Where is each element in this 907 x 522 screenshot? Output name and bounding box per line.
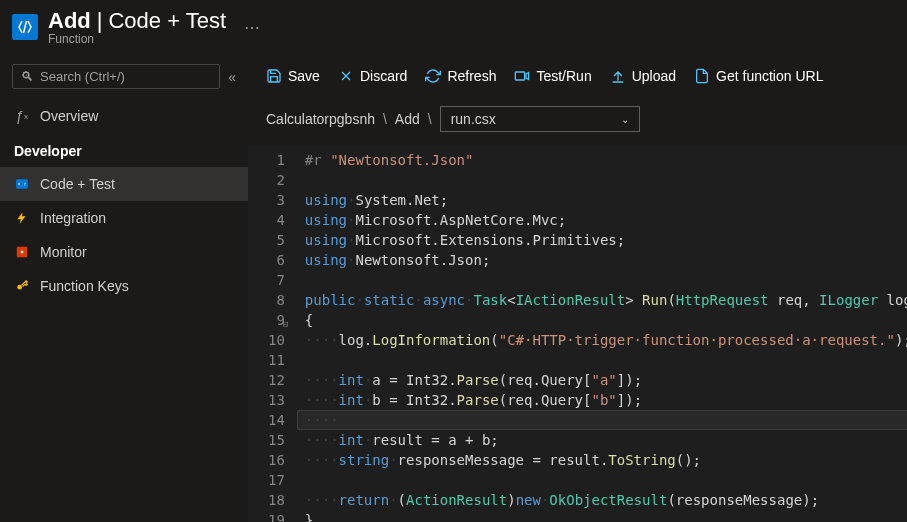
function-icon <box>12 14 38 40</box>
nav-code-test[interactable]: Code + Test <box>0 167 248 201</box>
code-content[interactable]: #r "Newtonsoft.Json" using·System.Net;us… <box>297 146 907 522</box>
code-icon <box>14 177 30 191</box>
search-icon: 🔍︎ <box>21 69 34 84</box>
breadcrumb-separator: \ <box>383 111 387 127</box>
toolbar: Save Discard Refresh Test/Run Upload <box>248 54 907 98</box>
developer-section-label: Developer <box>0 133 248 167</box>
refresh-icon <box>425 68 441 84</box>
nav-label: Function Keys <box>40 278 129 294</box>
nav-label: Monitor <box>40 244 87 260</box>
breadcrumb-root[interactable]: Calculatorpgbsnh <box>266 111 375 127</box>
nav-integration[interactable]: Integration <box>0 201 248 235</box>
svg-point-3 <box>17 285 22 290</box>
nav-label: Code + Test <box>40 176 115 192</box>
breadcrumb: Calculatorpgbsnh \ Add \ run.csx ⌄ <box>248 98 907 146</box>
key-icon <box>14 279 30 293</box>
more-actions-button[interactable]: ⋯ <box>244 18 261 37</box>
svg-rect-2 <box>21 251 23 253</box>
refresh-button[interactable]: Refresh <box>425 68 496 84</box>
nav-label: Integration <box>40 210 106 226</box>
upload-icon <box>610 68 626 84</box>
testrun-icon <box>514 68 530 84</box>
page-header: Add | Code + Test Function ⋯ <box>0 0 907 54</box>
function-small-icon: ƒx <box>14 108 30 124</box>
geturl-button[interactable]: Get function URL <box>694 68 823 84</box>
testrun-button[interactable]: Test/Run <box>514 68 591 84</box>
svg-rect-4 <box>516 72 525 80</box>
nav-label: Overview <box>40 108 98 124</box>
discard-icon <box>338 68 354 84</box>
search-box[interactable]: 🔍︎ <box>12 64 220 89</box>
nav-monitor[interactable]: Monitor <box>0 235 248 269</box>
chevron-down-icon: ⌄ <box>621 114 629 125</box>
breadcrumb-separator: \ <box>428 111 432 127</box>
page-title: Add | Code + Test <box>48 8 226 34</box>
link-icon <box>694 68 710 84</box>
upload-button[interactable]: Upload <box>610 68 676 84</box>
page-subtitle: Function <box>48 32 226 46</box>
search-input[interactable] <box>40 69 211 84</box>
discard-button[interactable]: Discard <box>338 68 407 84</box>
save-icon <box>266 68 282 84</box>
nav-function-keys[interactable]: Function Keys <box>0 269 248 303</box>
save-button[interactable]: Save <box>266 68 320 84</box>
breadcrumb-folder[interactable]: Add <box>395 111 420 127</box>
nav-overview[interactable]: ƒx Overview <box>0 99 248 133</box>
lightning-icon <box>14 211 30 225</box>
file-selector-value: run.csx <box>451 111 496 127</box>
code-editor[interactable]: 12345678910111213141516171819 #r "Newton… <box>248 146 907 522</box>
collapse-sidebar-button[interactable]: « <box>228 69 236 85</box>
monitor-icon <box>14 245 30 259</box>
file-selector[interactable]: run.csx ⌄ <box>440 106 640 132</box>
sidebar: 🔍︎ « ƒx Overview Developer Code + Test <box>0 54 248 522</box>
line-number-gutter: 12345678910111213141516171819 <box>248 146 297 522</box>
